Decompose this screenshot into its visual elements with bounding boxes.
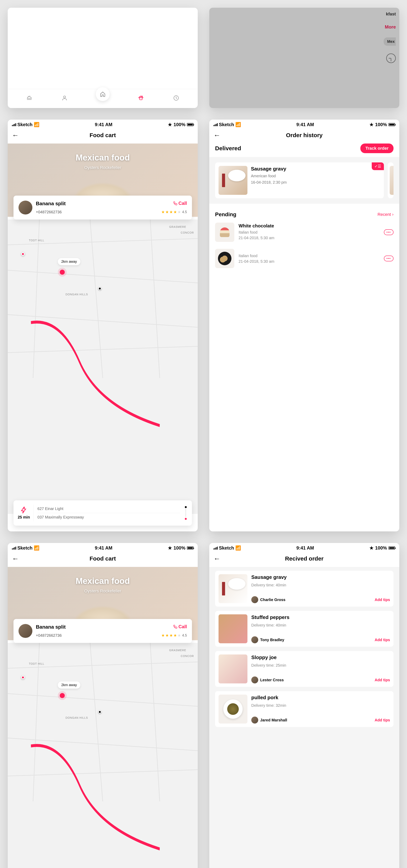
page-title: Recived order	[285, 555, 324, 562]
status-bar: Sketch📶 9:41 AM ★100%	[8, 543, 198, 552]
add-tips-link[interactable]: Add tips	[375, 678, 390, 682]
address-to: 037 Maximally Expressway	[37, 513, 180, 521]
pending-datetime: 21-04-2018, 5:30 am	[239, 236, 380, 240]
screen-tabbar-crop	[8, 8, 198, 108]
svg-point-0	[64, 96, 66, 98]
tab-bar	[8, 89, 198, 108]
screen-overlay-peek: kfast More Mex	[209, 8, 399, 108]
rating-stars: ★★★★★	[161, 210, 181, 214]
order-thumb	[218, 166, 247, 195]
call-button[interactable]: Call	[173, 200, 187, 206]
item-thumb	[218, 654, 247, 683]
eta-value: 25 min	[18, 515, 30, 520]
page-title: Food cart	[90, 132, 116, 138]
more-button[interactable]: •••	[384, 255, 394, 261]
delivered-order-card[interactable]: Sausage gravy American food 16-04-2018, …	[215, 162, 384, 198]
address-from: 627 Einar Light	[37, 505, 180, 513]
add-tips-link[interactable]: Add tips	[375, 718, 390, 722]
received-item[interactable]: Stuffed peppers Delivery time: 40min Ton…	[215, 611, 394, 647]
status-time: 9:41 AM	[95, 122, 112, 127]
tab-profile[interactable]	[60, 94, 69, 102]
pending-cuisine: Italian food	[239, 230, 380, 235]
item-thumb	[218, 574, 247, 603]
battery-pct: 100%	[174, 122, 185, 127]
add-tips-link[interactable]: Add tips	[375, 638, 390, 642]
pending-item[interactable]: Italian food 21-04-2018, 5:30 am •••	[215, 249, 394, 268]
delivered-order-card-next[interactable]	[388, 162, 394, 198]
track-order-button[interactable]: Track order	[360, 144, 394, 153]
status-bar: Sketch📶 9:41 AM ★100%	[8, 120, 198, 128]
driver-avatar	[19, 200, 32, 215]
peek-tag-label: kfast	[386, 11, 396, 17]
peek-chip[interactable]: Mex	[384, 37, 396, 46]
driver-phone: +04872662736	[36, 210, 62, 214]
more-link[interactable]: More	[385, 24, 396, 30]
carrier-label: Sketch	[18, 122, 33, 127]
delivery-time: Delivery time: 40min	[251, 583, 390, 587]
item-thumb	[218, 694, 247, 723]
rating-value: 4.5	[182, 210, 187, 214]
tab-cart[interactable]	[137, 94, 145, 102]
route-progress-dots	[184, 505, 188, 521]
back-button[interactable]: ←	[12, 555, 19, 563]
pending-cuisine: Italian food	[239, 254, 380, 258]
hero-title: Mexican food	[75, 153, 130, 162]
bolt-icon	[20, 506, 28, 514]
map-view[interactable]: TODT HILL GRASMERE CONCOR DONGAN HILLS 2…	[8, 219, 198, 514]
pending-thumb	[215, 223, 234, 242]
distance-badge: 2km away	[58, 258, 80, 265]
tab-home[interactable]	[96, 87, 110, 101]
wifi-icon: 📶	[34, 122, 39, 127]
item-thumb	[218, 614, 247, 643]
screen-food-cart-2: Sketch📶 9:41 AM ★100% ←Food cart Mexican…	[8, 543, 198, 868]
item-name: Sausage gravy	[251, 574, 390, 580]
back-button[interactable]: ←	[213, 555, 221, 563]
screen-food-cart: Sketch📶 9:41 AM ★100% ← Food cart Mexica…	[8, 120, 198, 531]
recent-link[interactable]: Recent›	[377, 212, 394, 217]
tab-food[interactable]	[25, 94, 34, 102]
driver-card: Banana split Call +04872662736 ★★★★★4.5	[13, 195, 192, 219]
order-datetime: 16-04-2018, 2:30 pm	[251, 180, 287, 185]
received-item[interactable]: pulled pork Delivery time: 32min Jared M…	[215, 691, 394, 727]
chevron-right-icon: ›	[392, 212, 394, 217]
delivered-heading: Delivered	[215, 145, 241, 152]
back-button[interactable]: ←	[12, 131, 19, 139]
bluetooth-icon: ★	[168, 122, 172, 127]
order-name: Sausage gravy	[251, 166, 287, 172]
svg-point-1	[142, 96, 142, 96]
route-card: 25 min 627 Einar Light 037 Maximally Exp…	[13, 500, 192, 526]
order-cuisine: American food	[251, 174, 287, 178]
route-end-pin	[98, 287, 101, 290]
call-button[interactable]: Call	[173, 624, 187, 629]
screen-received-order: Sketch📶9:41 AM★100% ←Recived order Sausa…	[209, 543, 399, 868]
map-view[interactable]: TODT HILLGRASMERECONCORDONGAN HILLS 2km …	[8, 643, 198, 868]
signal-icon	[12, 123, 16, 126]
tab-history[interactable]	[172, 94, 180, 102]
driver-name: Banana split	[36, 200, 66, 207]
pending-thumb	[215, 249, 234, 268]
back-button[interactable]: ←	[213, 131, 221, 139]
nav-bar: ← Food cart	[8, 128, 198, 144]
route-current-pin	[60, 270, 65, 275]
pending-item[interactable]: White chocolate Italian food 21-04-2018,…	[215, 223, 394, 242]
route-start-pin	[21, 252, 25, 256]
clock-icon	[386, 54, 396, 63]
more-button[interactable]: •••	[384, 229, 394, 235]
courier-avatar	[251, 596, 258, 603]
pending-heading: Pending	[215, 211, 236, 218]
received-item[interactable]: Sloppy joe Delivery time: 25min Lester C…	[215, 651, 394, 687]
courier-name: Charlie Gross	[260, 597, 285, 602]
page-title: Order history	[286, 132, 323, 138]
driver-avatar	[19, 624, 32, 638]
delivered-check-icon: ✓☰	[372, 162, 384, 170]
received-item[interactable]: Sausage gravy Delivery time: 40min Charl…	[215, 571, 394, 607]
add-tips-link[interactable]: Add tips	[375, 597, 390, 602]
pending-name: White chocolate	[239, 223, 380, 228]
hero-subtitle: Oysters Rockefeller	[84, 165, 121, 170]
pending-datetime: 21-04-2018, 5:30 am	[239, 259, 380, 264]
screen-order-history: Sketch📶9:41 AM★100% ←Order history Deliv…	[209, 120, 399, 531]
page-title: Food cart	[90, 555, 116, 562]
battery-icon	[187, 123, 194, 126]
